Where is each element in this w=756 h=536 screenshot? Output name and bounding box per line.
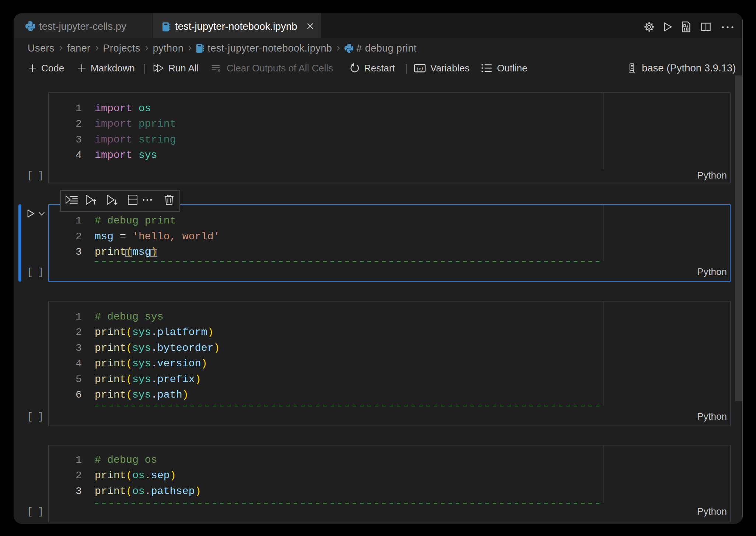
svg-text:(x): (x) — [417, 66, 423, 72]
